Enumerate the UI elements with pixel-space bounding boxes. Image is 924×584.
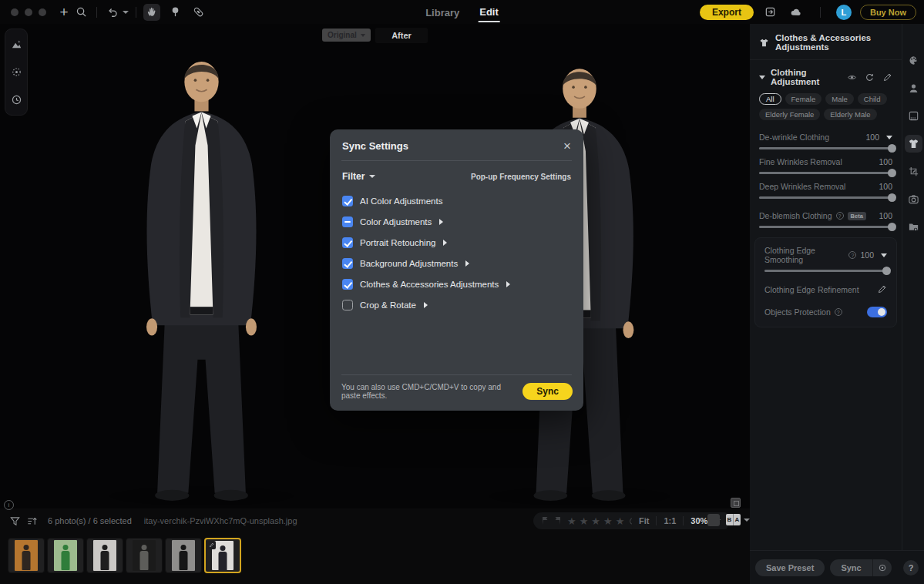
- undo-icon[interactable]: [104, 4, 121, 21]
- preview-size-badge-icon[interactable]: [731, 498, 741, 508]
- dropdown-arrow-icon[interactable]: [886, 136, 892, 139]
- thumbnail-6-selected[interactable]: [204, 538, 241, 573]
- tab-edit[interactable]: Edit: [478, 2, 500, 22]
- help-icon[interactable]: ?: [835, 308, 842, 316]
- loupe-tool-icon[interactable]: [166, 4, 183, 21]
- ai-image-icon[interactable]: [8, 36, 24, 52]
- clothes-icon[interactable]: [905, 135, 922, 153]
- star-icon[interactable]: ★: [580, 516, 589, 526]
- reset-icon[interactable]: [865, 72, 875, 82]
- dropdown-arrow-icon[interactable]: [881, 253, 887, 257]
- edit-pen-icon[interactable]: [882, 72, 892, 82]
- filter-funnel-icon[interactable]: [8, 514, 22, 528]
- window-controls[interactable]: [11, 8, 46, 16]
- thumbnail-2[interactable]: [47, 538, 84, 573]
- brush-mask-icon[interactable]: [8, 64, 24, 79]
- background-icon[interactable]: [905, 107, 922, 125]
- option-ai-color-adjustments[interactable]: AI Color Adjustments: [342, 190, 571, 211]
- folder-review-icon[interactable]: [905, 218, 922, 236]
- history-icon[interactable]: [8, 92, 24, 107]
- clothing-adjustment-section-header[interactable]: Clothing Adjustment: [750, 60, 902, 86]
- sync-settings-gear-icon[interactable]: [872, 559, 892, 576]
- star-icon[interactable]: ★: [603, 516, 613, 526]
- slider-track[interactable]: [764, 270, 887, 272]
- slider-handle[interactable]: [882, 267, 891, 275]
- slider-value[interactable]: 100: [879, 157, 892, 166]
- filter-dropdown[interactable]: Filter: [342, 171, 375, 182]
- slider-value[interactable]: 100: [865, 133, 879, 142]
- thumbnail-4[interactable]: [126, 538, 163, 573]
- pill-elderly-male[interactable]: Elderly Male: [824, 109, 876, 120]
- export-settings-icon[interactable]: [762, 4, 779, 21]
- info-icon[interactable]: i: [4, 500, 14, 510]
- edit-pen-icon[interactable]: [877, 284, 887, 294]
- visibility-eye-icon[interactable]: [847, 72, 857, 82]
- search-icon[interactable]: [72, 4, 89, 21]
- undo-menu-chevron-icon[interactable]: [123, 11, 129, 14]
- pick-flag-icon[interactable]: [541, 514, 549, 528]
- checkbox[interactable]: [342, 279, 353, 290]
- objects-protection-toggle[interactable]: [867, 307, 887, 317]
- option-crop-rotate[interactable]: Crop & Rotate: [342, 294, 571, 315]
- camera-icon[interactable]: [905, 190, 922, 208]
- pill-all[interactable]: All: [759, 93, 781, 105]
- color-palette-icon[interactable]: [905, 52, 922, 69]
- healing-bandaid-tool-icon[interactable]: [190, 4, 207, 21]
- slider-handle[interactable]: [888, 193, 896, 202]
- pill-male[interactable]: Male: [825, 93, 854, 105]
- slider-value[interactable]: 100: [879, 211, 892, 220]
- slider-value[interactable]: 100: [879, 182, 892, 191]
- slider-handle[interactable]: [888, 144, 896, 153]
- fit-button[interactable]: Fit: [639, 516, 649, 525]
- sort-icon[interactable]: [25, 514, 39, 528]
- slider-track[interactable]: [759, 196, 892, 199]
- cloud-sync-icon[interactable]: [788, 4, 805, 21]
- pill-child[interactable]: Child: [858, 93, 887, 105]
- expand-arrow-icon[interactable]: [443, 240, 447, 246]
- slider-handle[interactable]: [888, 169, 896, 177]
- reject-flag-icon[interactable]: [554, 514, 562, 528]
- add-photos-button[interactable]: +: [55, 4, 72, 21]
- close-icon[interactable]: ×: [563, 139, 571, 153]
- checkbox[interactable]: [342, 237, 353, 248]
- view-mode-chevron-icon[interactable]: [744, 519, 750, 522]
- help-icon[interactable]: ?: [836, 212, 844, 220]
- expand-arrow-icon[interactable]: [439, 219, 443, 225]
- checkbox[interactable]: [342, 258, 353, 269]
- expand-arrow-icon[interactable]: [506, 281, 510, 287]
- pill-elderly-female[interactable]: Elderly Female: [759, 109, 820, 120]
- option-color-adjustments[interactable]: Color Adjustments: [342, 211, 571, 232]
- single-view-icon[interactable]: [707, 514, 720, 526]
- expand-arrow-icon[interactable]: [465, 260, 469, 267]
- star-icon[interactable]: ★: [616, 516, 625, 526]
- zoom-level-value[interactable]: 30%: [690, 516, 707, 525]
- before-after-view-icon[interactable]: B A: [726, 514, 741, 525]
- slider-track[interactable]: [759, 172, 892, 174]
- checkbox[interactable]: [342, 216, 353, 227]
- slider-track[interactable]: [759, 226, 892, 228]
- slider-value[interactable]: 100: [860, 250, 874, 260]
- popup-frequency-settings-link[interactable]: Pop-up Frequency Settings: [471, 173, 571, 181]
- star-icon[interactable]: ★: [567, 516, 576, 526]
- option-background-adjustments[interactable]: Background Adjustments: [342, 253, 571, 274]
- user-avatar[interactable]: L: [836, 5, 852, 20]
- slider-handle[interactable]: [888, 223, 896, 231]
- pill-female[interactable]: Female: [785, 93, 822, 105]
- portrait-icon[interactable]: [905, 79, 922, 97]
- hand-tool-icon[interactable]: [143, 4, 160, 21]
- option-clothes-accessories-adjustments[interactable]: Clothes & Accessories Adjustments: [342, 274, 571, 294]
- thumbnail-3[interactable]: [86, 538, 123, 573]
- help-button[interactable]: ?: [903, 560, 919, 576]
- option-portrait-retouching[interactable]: Portrait Retouching: [342, 232, 571, 253]
- buy-now-button[interactable]: Buy Now: [860, 5, 916, 20]
- crop-icon[interactable]: [905, 163, 922, 180]
- slider-track[interactable]: [759, 147, 892, 149]
- modal-sync-button[interactable]: Sync: [522, 383, 573, 400]
- checkbox[interactable]: [342, 196, 353, 206]
- expand-arrow-icon[interactable]: [424, 302, 428, 308]
- export-button[interactable]: Export: [700, 5, 754, 20]
- ratio-1-1-button[interactable]: 1:1: [664, 516, 676, 525]
- thumbnail-5[interactable]: [165, 538, 202, 573]
- original-view-selector[interactable]: Original: [322, 29, 371, 42]
- canvas-original-image[interactable]: [35, 27, 368, 508]
